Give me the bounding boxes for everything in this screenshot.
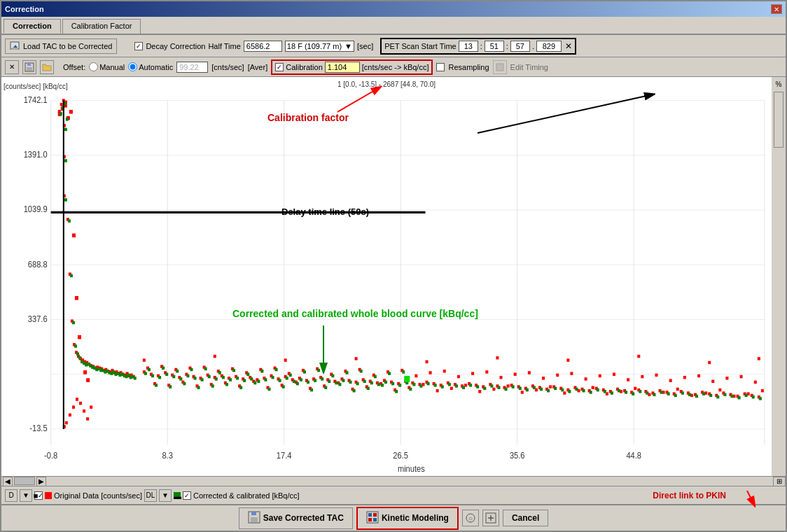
svg-rect-402	[745, 394, 748, 397]
scan-minute-input[interactable]	[485, 41, 504, 52]
svg-rect-267	[143, 358, 146, 361]
svg-rect-333	[257, 380, 260, 383]
scroll-right-btn[interactable]: ▶	[36, 477, 46, 486]
svg-rect-221	[499, 376, 502, 379]
pet-scan-start-section: PET Scan Start Time : : . ✕	[380, 38, 576, 55]
direct-link-area: Direct link to PKIN	[302, 491, 782, 500]
original-data-checkbox[interactable]: ■	[34, 491, 43, 500]
svg-rect-215	[457, 375, 460, 378]
svg-rect-439	[388, 372, 391, 374]
scroll-left-btn[interactable]: ◀	[3, 477, 13, 486]
automatic-radio[interactable]	[128, 62, 137, 71]
vertical-scrollbar[interactable]	[774, 92, 783, 148]
cancel-button[interactable]: Cancel	[503, 510, 548, 526]
svg-rect-274	[637, 355, 640, 358]
decay-correction-checkbox[interactable]	[134, 42, 143, 50]
automatic-radio-group[interactable]: Automatic	[128, 62, 173, 71]
load-tac-button[interactable]: Load TAC to be Corrected	[5, 38, 117, 54]
svg-rect-378	[575, 388, 578, 391]
svg-rect-403	[752, 396, 755, 398]
save-corrected-tac-button[interactable]: Save Corrected TAC	[239, 507, 353, 529]
delay-annotation: Delay time line (50s)	[281, 206, 369, 217]
cnts-sec-label: [cnts/sec]	[211, 63, 244, 71]
kinetic-modeling-button[interactable]: Kinetic Modeling	[356, 507, 459, 530]
svg-rect-377	[568, 390, 571, 393]
svg-rect-373	[540, 388, 543, 391]
svg-rect-359	[441, 385, 444, 388]
svg-rect-366	[490, 384, 493, 387]
svg-rect-441	[402, 370, 405, 373]
svg-rect-249	[697, 374, 700, 377]
corrected-curve-annotation: Corrected and calibrated whole blood cur…	[232, 308, 478, 319]
half-time-input[interactable]	[244, 41, 282, 52]
d-button[interactable]: D	[5, 489, 18, 502]
calibration-unit: [cnts/sec -> kBq/cc]	[362, 63, 429, 71]
small-action-button-2[interactable]	[482, 510, 499, 526]
scan-ms-input[interactable]	[536, 41, 562, 52]
svg-rect-218	[478, 390, 481, 393]
zoom-icon[interactable]: ⊞	[773, 477, 786, 486]
dl-dropdown[interactable]: ▼	[159, 489, 172, 502]
manual-radio[interactable]	[89, 62, 98, 71]
isotope-dropdown[interactable]: 18 F (109.77 m) ▼	[285, 41, 354, 52]
svg-rect-40	[69, 110, 73, 114]
save-icon-button[interactable]	[22, 60, 36, 74]
svg-rect-393	[681, 391, 684, 394]
folder-icon-button[interactable]	[40, 60, 54, 74]
svg-rect-437	[374, 375, 377, 378]
chart-main[interactable]: 1 [0.0, -13.5] - 2687 [44.8, 70.0] [coun…	[1, 77, 772, 476]
scan-hour-input[interactable]	[459, 41, 478, 52]
svg-rect-246	[676, 388, 679, 391]
d-dropdown[interactable]: ▼	[20, 489, 32, 502]
svg-rect-4	[27, 67, 32, 71]
svg-rect-391	[667, 392, 670, 395]
svg-rect-217	[471, 372, 474, 374]
svg-rect-272	[496, 356, 499, 359]
svg-rect-353	[398, 384, 401, 386]
resampling-checkbox[interactable]	[436, 63, 445, 71]
small-action-button-1[interactable]: ○	[462, 510, 479, 526]
svg-rect-444	[64, 198, 67, 201]
svg-rect-48	[60, 103, 63, 106]
scan-second-input[interactable]	[510, 41, 530, 52]
window-close-button[interactable]: ✕	[771, 4, 782, 14]
svg-rect-211	[429, 371, 432, 374]
corrected-checkbox[interactable]	[183, 491, 191, 500]
svg-rect-351	[384, 381, 387, 384]
svg-rect-240	[634, 387, 636, 390]
svg-rect-428	[310, 388, 313, 391]
tab-calibration-factor[interactable]: Calibration Factor	[62, 19, 141, 34]
svg-rect-357	[427, 382, 430, 385]
svg-rect-329	[229, 378, 232, 381]
resampling-label: Resampling	[448, 63, 489, 71]
direct-link-arrow	[719, 487, 761, 508]
dl-button[interactable]: DL	[144, 489, 157, 502]
svg-rect-374	[547, 389, 550, 392]
title-bar: Correction ✕	[1, 1, 786, 17]
svg-rect-397	[709, 394, 712, 397]
svg-rect-356	[419, 384, 422, 387]
svg-rect-327	[215, 377, 218, 380]
calibration-input[interactable]	[325, 62, 360, 73]
calibration-checkbox[interactable]	[275, 63, 284, 71]
svg-rect-266	[90, 405, 92, 408]
save-corrected-tac-label: Save Corrected TAC	[263, 513, 344, 523]
svg-text:8.3: 8.3	[162, 451, 172, 461]
chart-svg[interactable]: 1742.1 1391.0 1039.9 688.8 337.6 -13.5 -…	[1, 77, 772, 476]
svg-text:○: ○	[468, 514, 473, 522]
scan-close-button[interactable]: ✕	[565, 41, 572, 51]
svg-text:-13.5: -13.5	[29, 424, 48, 433]
scroll-thumb[interactable]	[14, 477, 35, 485]
close-small-button[interactable]: ✕	[5, 60, 19, 74]
tab-correction[interactable]: Correction	[4, 19, 61, 34]
manual-radio-group[interactable]: Manual	[89, 62, 125, 71]
svg-rect-388	[646, 391, 648, 394]
svg-rect-46	[86, 378, 90, 382]
svg-rect-41	[72, 234, 76, 238]
horizontal-scrollbar[interactable]: ◀ ▶ ⊞	[1, 476, 786, 486]
offset-value-input[interactable]	[176, 62, 208, 73]
svg-rect-326	[208, 375, 211, 378]
svg-rect-43	[78, 335, 81, 340]
svg-rect-219	[485, 370, 488, 373]
svg-rect-338	[293, 380, 295, 383]
